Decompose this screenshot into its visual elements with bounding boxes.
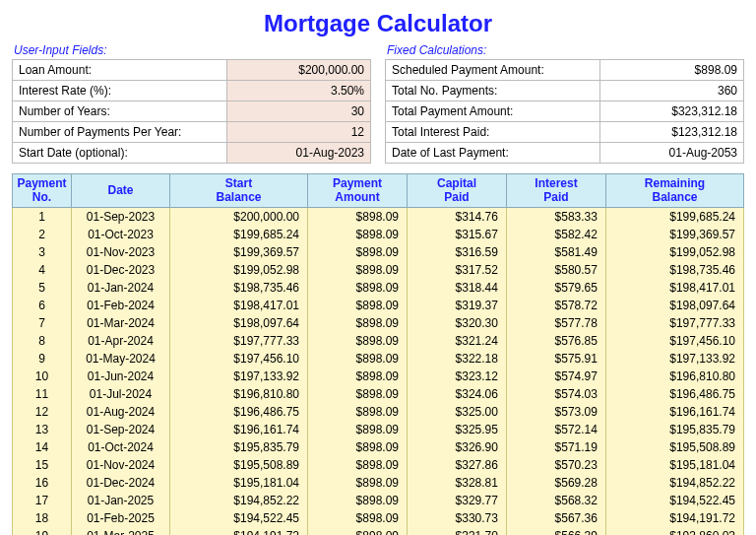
table-row: 1501-Nov-2024$195,508.89$898.09$327.86$5… — [13, 456, 744, 474]
fixed-calc-table: Scheduled Payment Amount:$898.09Total No… — [385, 59, 744, 164]
input-value[interactable]: 3.50% — [227, 81, 371, 101]
input-label: Number of Years: — [13, 101, 227, 122]
cell-payment-amount: $898.09 — [308, 385, 408, 403]
cell-capital-paid: $318.44 — [408, 279, 507, 297]
cell-payment-no: 8 — [13, 332, 72, 350]
cell-payment-amount: $898.09 — [308, 527, 408, 535]
cell-interest-paid: $582.42 — [506, 226, 605, 243]
cell-capital-paid: $314.76 — [408, 207, 507, 226]
cell-remaining-balance: $194,522.45 — [605, 492, 743, 509]
cell-start-balance: $198,735.46 — [170, 279, 308, 297]
cell-interest-paid: $566.39 — [506, 527, 605, 535]
cell-remaining-balance: $195,181.04 — [605, 456, 743, 474]
input-label: Interest Rate (%): — [13, 81, 227, 101]
cell-remaining-balance: $198,735.46 — [605, 261, 743, 279]
cell-remaining-balance: $198,097.64 — [605, 297, 743, 314]
amortization-table: PaymentNo. Date StartBalance PaymentAmou… — [12, 173, 744, 535]
cell-start-balance: $196,810.80 — [170, 385, 308, 403]
table-row: 401-Dec-2023$199,052.98$898.09$317.52$58… — [13, 261, 744, 279]
cell-payment-amount: $898.09 — [308, 474, 408, 492]
cell-start-balance: $197,777.33 — [170, 332, 308, 350]
cell-start-balance: $194,191.72 — [170, 527, 308, 535]
cell-remaining-balance: $194,191.72 — [605, 509, 743, 527]
cell-start-balance: $194,522.45 — [170, 509, 308, 527]
input-label: Loan Amount: — [13, 60, 227, 81]
table-row: 901-May-2024$197,456.10$898.09$322.18$57… — [13, 350, 744, 368]
cell-capital-paid: $317.52 — [408, 261, 507, 279]
table-row: 801-Apr-2024$197,777.33$898.09$321.24$57… — [13, 332, 744, 350]
cell-interest-paid: $574.03 — [506, 385, 605, 403]
cell-date: 01-Mar-2024 — [72, 314, 170, 332]
input-value[interactable]: 30 — [227, 101, 371, 122]
fixed-calc-heading: Fixed Calculations: — [385, 43, 744, 57]
input-row: Number of Payments Per Year:12 — [13, 122, 371, 143]
input-value[interactable]: 12 — [227, 122, 371, 143]
col-payment-amount: PaymentAmount — [308, 174, 408, 208]
cell-payment-amount: $898.09 — [308, 421, 408, 438]
cell-capital-paid: $323.12 — [408, 368, 507, 385]
cell-date: 01-Jan-2024 — [72, 279, 170, 297]
cell-capital-paid: $319.37 — [408, 297, 507, 314]
cell-date: 01-Feb-2025 — [72, 509, 170, 527]
cell-capital-paid: $331.70 — [408, 527, 507, 535]
cell-date: 01-Jun-2024 — [72, 368, 170, 385]
table-row: 1301-Sep-2024$196,161.74$898.09$325.95$5… — [13, 421, 744, 438]
cell-start-balance: $199,052.98 — [170, 261, 308, 279]
cell-date: 01-Jul-2024 — [72, 385, 170, 403]
cell-payment-amount: $898.09 — [308, 297, 408, 314]
cell-remaining-balance: $199,685.24 — [605, 207, 743, 226]
cell-start-balance: $200,000.00 — [170, 207, 308, 226]
input-value[interactable]: 01-Aug-2023 — [227, 143, 371, 164]
fixed-label: Total Payment Amount: — [386, 101, 600, 122]
cell-payment-no: 17 — [13, 492, 72, 509]
user-inputs-heading: User-Input Fields: — [12, 43, 371, 57]
cell-interest-paid: $569.28 — [506, 474, 605, 492]
fixed-label: Date of Last Payment: — [386, 143, 600, 164]
cell-payment-no: 4 — [13, 261, 72, 279]
table-row: 1901-Mar-2025$194,191.72$898.09$331.70$5… — [13, 527, 744, 535]
cell-start-balance: $198,417.01 — [170, 297, 308, 314]
cell-date: 01-Apr-2024 — [72, 332, 170, 350]
table-row: 201-Oct-2023$199,685.24$898.09$315.67$58… — [13, 226, 744, 243]
cell-capital-paid: $325.00 — [408, 403, 507, 421]
cell-start-balance: $195,181.04 — [170, 474, 308, 492]
cell-capital-paid: $316.59 — [408, 243, 507, 261]
table-row: 501-Jan-2024$198,735.46$898.09$318.44$57… — [13, 279, 744, 297]
cell-payment-amount: $898.09 — [308, 314, 408, 332]
cell-capital-paid: $325.95 — [408, 421, 507, 438]
fixed-row: Scheduled Payment Amount:$898.09 — [386, 60, 744, 81]
cell-payment-amount: $898.09 — [308, 456, 408, 474]
cell-date: 01-Jan-2025 — [72, 492, 170, 509]
fixed-value: $323,312.18 — [600, 101, 744, 122]
table-row: 301-Nov-2023$199,369.57$898.09$316.59$58… — [13, 243, 744, 261]
cell-payment-no: 16 — [13, 474, 72, 492]
cell-payment-amount: $898.09 — [308, 279, 408, 297]
cell-payment-no: 2 — [13, 226, 72, 243]
cell-date: 01-Nov-2024 — [72, 456, 170, 474]
cell-start-balance: $194,852.22 — [170, 492, 308, 509]
cell-remaining-balance: $198,417.01 — [605, 279, 743, 297]
cell-remaining-balance: $197,456.10 — [605, 332, 743, 350]
cell-date: 01-Sep-2024 — [72, 421, 170, 438]
cell-payment-amount: $898.09 — [308, 492, 408, 509]
cell-payment-no: 7 — [13, 314, 72, 332]
table-row: 1701-Jan-2025$194,852.22$898.09$329.77$5… — [13, 492, 744, 509]
cell-capital-paid: $329.77 — [408, 492, 507, 509]
input-label: Number of Payments Per Year: — [13, 122, 227, 143]
cell-capital-paid: $330.73 — [408, 509, 507, 527]
cell-remaining-balance: $194,852.22 — [605, 474, 743, 492]
cell-payment-amount: $898.09 — [308, 403, 408, 421]
cell-interest-paid: $574.97 — [506, 368, 605, 385]
cell-interest-paid: $577.78 — [506, 314, 605, 332]
table-row: 1101-Jul-2024$196,810.80$898.09$324.06$5… — [13, 385, 744, 403]
cell-payment-no: 3 — [13, 243, 72, 261]
input-row: Number of Years:30 — [13, 101, 371, 122]
cell-remaining-balance: $196,161.74 — [605, 403, 743, 421]
input-value[interactable]: $200,000.00 — [227, 60, 371, 81]
cell-interest-paid: $579.65 — [506, 279, 605, 297]
cell-start-balance: $199,685.24 — [170, 226, 308, 243]
cell-interest-paid: $570.23 — [506, 456, 605, 474]
cell-start-balance: $197,456.10 — [170, 350, 308, 368]
fixed-value: 01-Aug-2053 — [600, 143, 744, 164]
cell-payment-no: 15 — [13, 456, 72, 474]
